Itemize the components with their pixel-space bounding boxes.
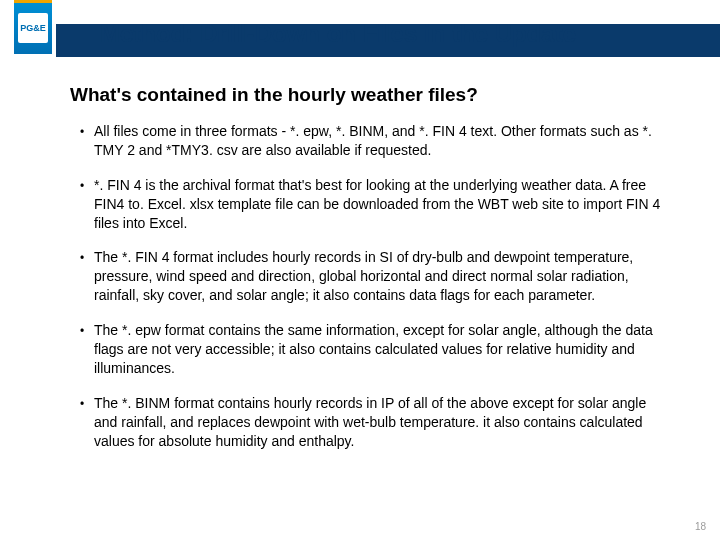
page-number: 18 [695,521,706,532]
brand-logo-text: PG&E [18,13,48,43]
slide: PG&E Method: Drill-Down on Files in the … [0,0,720,540]
body: What's contained in the hourly weather f… [70,84,670,510]
brand-logo: PG&E [14,0,52,54]
list-item-text: *. FIN 4 is the archival format that's b… [94,176,670,233]
list-item: • The *. BINM format contains hourly rec… [70,394,670,451]
list-item-text: All files come in three formats - *. epw… [94,122,670,160]
list-item-text: The *. BINM format contains hourly recor… [94,394,670,451]
bullet-icon: • [70,321,94,339]
list-item: • All files come in three formats - *. e… [70,122,670,160]
bullet-icon: • [70,176,94,194]
list-item-text: The *. epw format contains the same info… [94,321,670,378]
header-bar: PG&E Method: Drill-Down on Files in the … [0,0,720,58]
page-title: Method: Drill-Down on Files in the Updat… [100,20,576,48]
bullet-list: • All files come in three formats - *. e… [70,122,670,450]
list-item: • The *. FIN 4 format includes hourly re… [70,248,670,305]
list-item: • The *. epw format contains the same in… [70,321,670,378]
bullet-icon: • [70,122,94,140]
bullet-icon: • [70,394,94,412]
subtitle: What's contained in the hourly weather f… [70,84,670,106]
list-item: • *. FIN 4 is the archival format that's… [70,176,670,233]
bullet-icon: • [70,248,94,266]
list-item-text: The *. FIN 4 format includes hourly reco… [94,248,670,305]
